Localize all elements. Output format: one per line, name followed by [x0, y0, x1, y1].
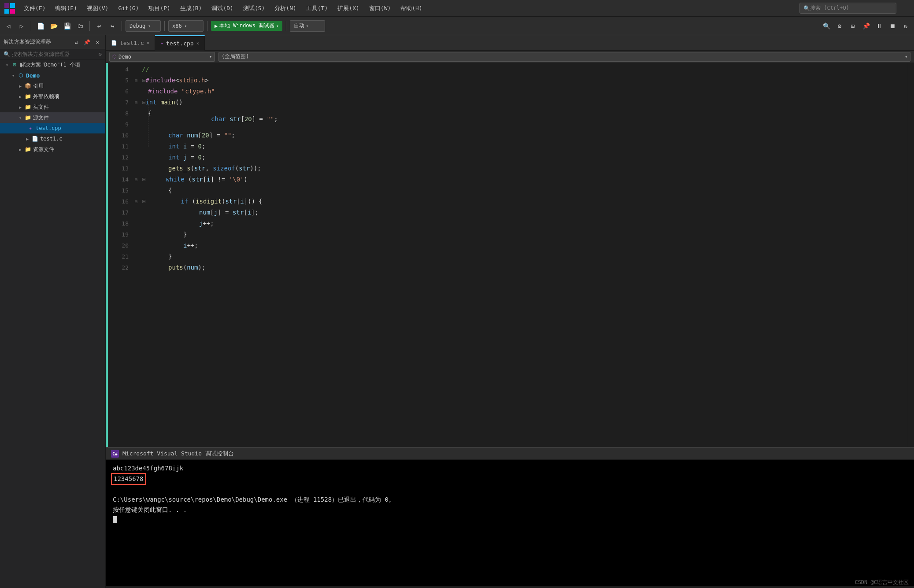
menu-build[interactable]: 生成(B) [176, 3, 206, 14]
resource-node[interactable]: ▶ 📁 资源文件 [0, 144, 105, 155]
code-line-5: ⊟ #include<stdio.h> [140, 75, 908, 86]
settings-toolbar-btn[interactable]: ⚙ [834, 20, 845, 32]
source-files-node[interactable]: ▾ 📁 源文件 [0, 112, 105, 123]
solution-node[interactable]: ▾ ⊡ 解决方案"Demo"(1 个项 [0, 59, 105, 70]
references-node[interactable]: ▶ 📦 引用 [0, 81, 105, 91]
menu-project[interactable]: 项目(P) [144, 3, 174, 14]
scroll-indicator[interactable] [908, 63, 914, 447]
debug-toolbar-3[interactable]: ↻ [900, 20, 911, 32]
gutter-5: ⊟ [132, 75, 140, 86]
debug-toolbar-2[interactable]: ⏹ [887, 20, 898, 32]
debug-toolbar-1[interactable]: ⏸ [873, 20, 885, 32]
tab-testcpp-close[interactable]: × [196, 41, 200, 46]
open-button[interactable]: 📂 [48, 20, 59, 32]
menu-tools[interactable]: 工具(T) [302, 3, 332, 14]
c-tab-icon: 📄 [111, 40, 117, 46]
tab-test1c[interactable]: 📄 test1.c × [106, 35, 155, 51]
save-button[interactable]: 💾 [61, 20, 73, 32]
ln-13: 13 [108, 163, 129, 174]
ln-11: 11 [108, 141, 129, 152]
c-arrow: ▶ [24, 135, 31, 142]
ln-21: 21 [108, 251, 129, 262]
code-content-area[interactable]: // ⊟ #include<stdio.h> #include "ctype.h… [140, 63, 908, 447]
solution-explorer-panel: 解决方案资源管理器 ⇄ 📌 ✕ 🔍 ⊙ ▾ ⊡ 解决方案"Demo"(1 个项 [0, 35, 106, 588]
platform-dropdown[interactable]: x86 ▾ [168, 20, 204, 32]
sidebar-search-input[interactable] [12, 51, 97, 57]
code-line-18: j++; [140, 218, 908, 229]
auto-label: 自动 [294, 22, 304, 30]
pin-button[interactable]: 📌 [82, 38, 91, 47]
search-icon: 🔍 [803, 5, 810, 11]
scope-dropdown-right[interactable]: (全局范围) ▾ [218, 52, 910, 62]
pin-toolbar-btn[interactable]: 📌 [860, 20, 872, 32]
tab-testcpp[interactable]: ✦ test.cpp × [155, 35, 205, 51]
back-button[interactable]: ◁ [3, 20, 14, 32]
source-icon: 📁 [24, 114, 32, 122]
code-editor[interactable]: 4 5 6 7 8 9 10 11 12 13 14 15 16 17 18 1… [106, 63, 914, 447]
save-all-button[interactable]: 🗂 [74, 20, 86, 32]
demo-label: Demo [26, 72, 40, 79]
layout-toolbar-btn[interactable]: ⊞ [847, 20, 858, 32]
solution-explorer-title: 解决方案资源管理器 [4, 38, 51, 46]
test1-c-node[interactable]: ▶ 📄 test1.c [0, 133, 105, 144]
main-container: 解决方案资源管理器 ⇄ 📌 ✕ 🔍 ⊙ ▾ ⊡ 解决方案"Demo"(1 个项 [0, 35, 914, 588]
new-file-button[interactable]: 📄 [35, 20, 46, 32]
tab-bar: 📄 test1.c × ✦ test.cpp × [106, 35, 914, 51]
menu-bar: 文件(F) 编辑(E) 视图(V) Git(G) 项目(P) 生成(B) 调试(… [0, 0, 914, 17]
resource-label: 资源文件 [33, 146, 54, 153]
ref-label: 引用 [33, 82, 44, 90]
tab-test1c-close[interactable]: × [147, 40, 150, 46]
output-line-4-text: 按任意键关闭此窗口. . . [113, 506, 187, 513]
menu-search-box[interactable]: 🔍 搜索 (Ctrl+Q) [799, 3, 896, 14]
fold-7: ⊟ [142, 97, 145, 108]
redo-button[interactable]: ↪ [107, 20, 118, 32]
output-line-2-text: 12345678 [114, 475, 143, 482]
debug-config-dropdown[interactable]: Debug ▾ [126, 20, 161, 32]
code-line-9: char str[20] = ""; [140, 119, 908, 130]
auto-dropdown[interactable]: 自动 ▾ [290, 20, 325, 32]
headers-node[interactable]: ▶ 📁 头文件 [0, 102, 105, 112]
scope-left-label: Demo [118, 54, 131, 60]
test-cpp-node[interactable]: ✦ test.cpp [0, 123, 105, 133]
menu-analyze[interactable]: 分析(N) [270, 3, 300, 14]
svg-rect-1 [10, 3, 15, 8]
source-label: 源文件 [33, 114, 49, 122]
ext-deps-node[interactable]: ▶ 📁 外部依赖项 [0, 91, 105, 102]
code-line-22: puts(num); [140, 262, 908, 273]
ln-14: 14 [108, 174, 129, 185]
comment-4: // [142, 64, 149, 75]
line-numbers: 4 5 6 7 8 9 10 11 12 13 14 15 16 17 18 1… [108, 63, 132, 447]
menu-extensions[interactable]: 扩展(X) [333, 3, 363, 14]
menu-git[interactable]: Git(G) [114, 3, 143, 13]
chevron-down-icon-4: ▾ [306, 24, 308, 28]
search-icon-2: 🔍 [4, 51, 10, 57]
demo-project-node[interactable]: ▾ ⬡ Demo [0, 70, 105, 81]
menu-help[interactable]: 帮助(H) [396, 3, 426, 14]
menu-debug[interactable]: 调试(D) [207, 3, 237, 14]
forward-button[interactable]: ▷ [16, 20, 27, 32]
ln-9: 9 [108, 119, 129, 130]
test1-c-label: test1.c [40, 136, 63, 142]
console-content: abc123de45fgh678ijk 12345678 C:\Users\wa… [106, 460, 914, 586]
menu-file[interactable]: 文件(F) [19, 3, 50, 14]
ln-7: 7 [108, 97, 129, 108]
search-toolbar-btn[interactable]: 🔍 [821, 20, 832, 32]
menu-edit[interactable]: 编辑(E) [51, 3, 81, 14]
ext-icon: 📁 [24, 92, 32, 100]
menu-window[interactable]: 窗口(W) [365, 3, 395, 14]
start-debug-button[interactable]: ▶ 本地 Windows 调试器 ▾ [211, 21, 282, 31]
gutter-18 [132, 218, 140, 229]
undo-button[interactable]: ↩ [93, 20, 105, 32]
scope-dropdown-left[interactable]: ⬡ Demo ▾ [109, 52, 215, 62]
solution-arrow: ▾ [4, 61, 11, 68]
c-file-icon: 📄 [31, 135, 39, 143]
svg-rect-0 [4, 3, 9, 8]
gutter-12 [132, 152, 140, 163]
cpp-tab-icon: ✦ [160, 41, 163, 46]
editor-area: 📄 test1.c × ✦ test.cpp × ⬡ Demo ▾ (全局范围)… [106, 35, 914, 588]
svg-rect-2 [4, 9, 9, 14]
sync-button[interactable]: ⇄ [72, 38, 81, 47]
menu-test[interactable]: 测试(S) [239, 3, 269, 14]
menu-view[interactable]: 视图(V) [82, 3, 113, 14]
close-panel-button[interactable]: ✕ [93, 38, 102, 47]
